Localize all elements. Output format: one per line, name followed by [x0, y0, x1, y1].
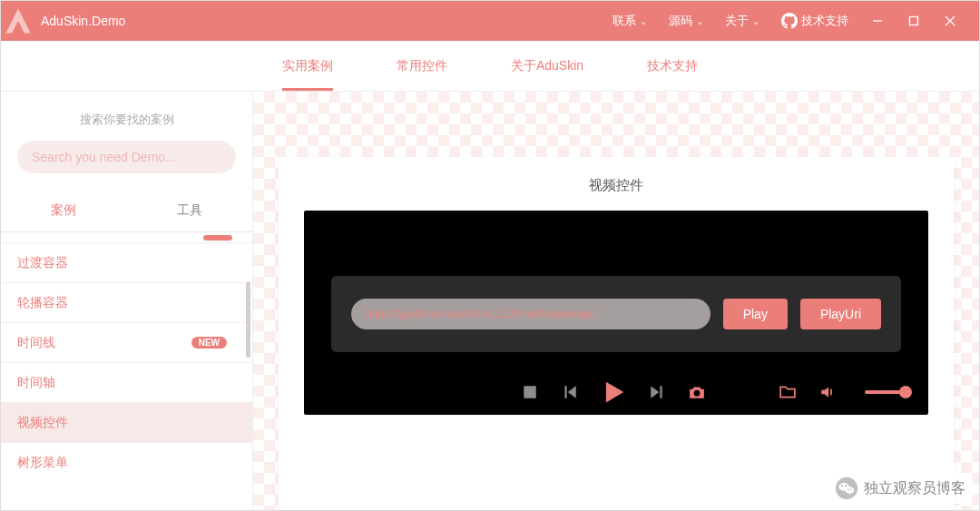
close-button[interactable] [932, 1, 968, 41]
content-panel: 视频控件 https://yg-dl.nos-eastchina1.126.ne… [279, 157, 954, 510]
top-tabs: 实用案例 常用控件 关于AduSkin 技术支持 [1, 41, 979, 92]
scrollbar[interactable] [246, 281, 250, 358]
svg-point-7 [845, 486, 854, 494]
main-area: 视频控件 https://yg-dl.nos-eastchina1.126.ne… [253, 92, 979, 510]
sidebar-list: 过渡容器 轮播容器 时间线 NEW 时间轴 视频控件 树形菜单 [1, 232, 252, 510]
watermark: 独立观察员博客 [828, 473, 973, 504]
svg-point-10 [848, 489, 848, 490]
chevron-down-icon: ⌄ [696, 16, 703, 26]
sidebar-tabs: 案例 工具 [1, 190, 252, 232]
url-input[interactable]: https://yg-dl.nos-eastchina1.126.net/vid… [351, 299, 710, 329]
svg-point-9 [845, 485, 847, 486]
player-controls [304, 377, 928, 408]
stop-icon[interactable] [522, 384, 538, 400]
sidebar-item-carousel[interactable]: 轮播容器 [1, 283, 252, 323]
sidebar-item-timeaxis[interactable]: 时间轴 [1, 363, 252, 403]
play-icon[interactable] [602, 380, 625, 404]
github-icon [781, 13, 798, 29]
svg-rect-1 [910, 17, 918, 25]
volume-slider[interactable] [865, 390, 906, 394]
sidebar-item-transition[interactable]: 过渡容器 [1, 243, 252, 283]
url-bar: https://yg-dl.nos-eastchina1.126.net/vid… [331, 276, 901, 352]
next-icon[interactable] [649, 384, 665, 400]
minimize-button[interactable] [859, 1, 896, 41]
app-logo [1, 1, 35, 41]
nav-support[interactable]: 技术支持 [770, 13, 859, 29]
tab-about[interactable]: 关于AduSkin [511, 42, 583, 91]
slider-knob[interactable] [899, 386, 912, 398]
maximize-button[interactable] [896, 1, 932, 41]
video-player: https://yg-dl.nos-eastchina1.126.net/vid… [304, 211, 928, 415]
sidebar-item-tree[interactable]: 树形菜单 [1, 443, 252, 483]
new-badge: NEW [191, 337, 227, 349]
search-input[interactable]: Search you need Demo... [17, 141, 236, 173]
chevron-down-icon: ⌄ [640, 16, 647, 26]
playuri-button[interactable]: PlayUri [800, 299, 881, 329]
folder-icon[interactable] [779, 384, 796, 400]
camera-icon[interactable] [689, 384, 705, 400]
search-title: 搜索你要找的案例 [1, 92, 252, 141]
list-item[interactable] [1, 232, 252, 243]
nav-source[interactable]: 源码⌄ [658, 13, 714, 29]
svg-rect-4 [524, 386, 536, 398]
sidebar-tab-cases[interactable]: 案例 [1, 190, 127, 231]
chevron-down-icon: ⌄ [752, 16, 760, 26]
sidebar-item-timeline[interactable]: 时间线 NEW [1, 323, 252, 363]
volume-icon[interactable] [819, 384, 836, 400]
sidebar: 搜索你要找的案例 Search you need Demo... 案例 工具 过… [1, 92, 253, 510]
tab-examples[interactable]: 实用案例 [282, 42, 333, 91]
panel-title: 视频控件 [304, 177, 928, 194]
titlebar: AduSkin.Demo 联系⌄ 源码⌄ 关于⌄ 技术支持 [1, 1, 979, 41]
app-title: AduSkin.Demo [41, 14, 125, 28]
watermark-text: 独立观察员博客 [864, 479, 965, 498]
sidebar-item-video[interactable]: 视频控件 [1, 403, 252, 443]
play-button[interactable]: Play [723, 299, 788, 329]
tab-controls[interactable]: 常用控件 [397, 42, 447, 91]
wechat-icon [835, 477, 858, 500]
svg-point-11 [850, 489, 851, 490]
tab-support[interactable]: 技术支持 [647, 42, 698, 91]
nav-about[interactable]: 关于⌄ [714, 13, 770, 29]
sidebar-tab-tools[interactable]: 工具 [127, 190, 253, 231]
prev-icon[interactable] [562, 384, 578, 400]
nav-contact[interactable]: 联系⌄ [602, 13, 658, 29]
svg-point-8 [841, 485, 843, 486]
